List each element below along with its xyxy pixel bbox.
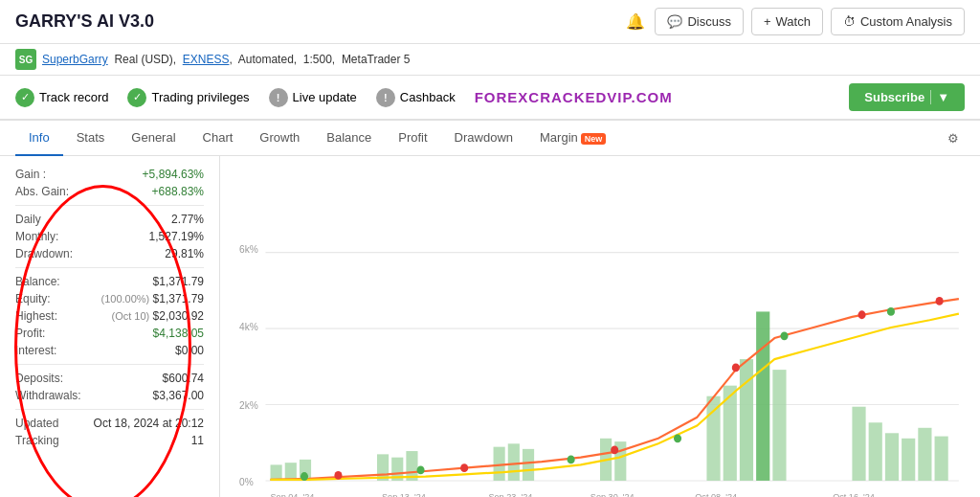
profit-value: $4,138.05 xyxy=(153,327,204,340)
svg-text:Sep 30, '24: Sep 30, '24 xyxy=(590,490,635,497)
svg-rect-25 xyxy=(869,422,882,481)
discuss-button[interactable]: 💬 Discuss xyxy=(655,8,744,35)
tab-drawdown[interactable]: Drawdown xyxy=(441,121,526,156)
drawdown-label: Drawdown: xyxy=(15,247,73,260)
broker-link[interactable]: EXNESS xyxy=(183,53,230,66)
tracking-label: Tracking xyxy=(15,434,59,447)
highest-note: (Oct 10) xyxy=(112,310,150,322)
tabs-nav: InfoStatsGeneralChartGrowthBalanceProfit… xyxy=(0,121,980,156)
monthly-row: Monthly: 1,527.19% xyxy=(15,228,204,245)
svg-text:Oct 08, '24: Oct 08, '24 xyxy=(695,490,737,497)
equity-combined: (100.00%) $1,371.79 xyxy=(101,292,205,305)
subscribe-button[interactable]: Subscribe ▼ xyxy=(849,83,965,111)
balance-value: $1,371.79 xyxy=(153,275,204,288)
gain-value: +5,894.63% xyxy=(143,168,204,181)
highest-value: $2,030.92 xyxy=(153,309,204,323)
profit-row: Profit: $4,138.05 xyxy=(15,325,204,342)
app-title: GARRY'S AI V3.0 xyxy=(15,11,154,32)
interest-row: Interest: $0.00 xyxy=(15,342,204,359)
tab-general[interactable]: General xyxy=(118,121,189,156)
gain-row: Gain : +5,894.63% xyxy=(15,166,204,183)
highest-combined: (Oct 10) $2,030.92 xyxy=(112,309,204,323)
interest-value: $0.00 xyxy=(175,344,204,357)
status-items: ✓ Track record ✓ Trading privileges ! Li… xyxy=(15,88,673,107)
account-type: Real (USD) xyxy=(114,53,172,66)
subscribe-chevron-icon: ▼ xyxy=(930,90,949,104)
svg-text:Sep 13, '24: Sep 13, '24 xyxy=(382,490,426,497)
chart-svg: 0% 2k% 4k% 6k% xyxy=(232,164,969,497)
svg-point-34 xyxy=(780,331,788,340)
abs-gain-value: +688.83% xyxy=(152,185,204,198)
svg-rect-28 xyxy=(918,428,931,481)
svg-point-32 xyxy=(568,455,575,463)
live-update-label: Live update xyxy=(293,90,357,104)
interest-label: Interest: xyxy=(15,344,56,357)
bell-icon[interactable]: 🔔 xyxy=(624,11,647,34)
custom-analysis-button[interactable]: ⏱ Custom Analysis xyxy=(831,8,965,35)
forex-watermark: FOREXCRACKEDVIP.COM xyxy=(475,89,673,105)
monthly-label: Monthly: xyxy=(15,230,58,243)
tracking-value: 11 xyxy=(191,434,204,447)
tab-chart[interactable]: Chart xyxy=(189,121,247,156)
top-header: GARRY'S AI V3.0 🔔 💬 Discuss + Watch ⏱ Cu… xyxy=(0,0,980,44)
svg-text:2k%: 2k% xyxy=(239,399,258,411)
chart-container: 0% 2k% 4k% 6k% xyxy=(232,164,969,497)
tracking-row: Tracking 11 xyxy=(15,432,204,449)
tab-growth[interactable]: Growth xyxy=(246,121,313,156)
svg-point-35 xyxy=(887,307,895,316)
track-record-check-icon: ✓ xyxy=(15,88,34,107)
svg-point-33 xyxy=(674,434,681,442)
cashback-info-icon: ! xyxy=(376,88,395,107)
svg-rect-19 xyxy=(706,396,720,481)
track-record-item: ✓ Track record xyxy=(15,88,108,107)
balance-label: Balance: xyxy=(15,275,60,288)
watch-button[interactable]: + Watch xyxy=(751,8,823,35)
updated-label: Updated xyxy=(15,417,58,430)
svg-rect-27 xyxy=(902,439,915,481)
svg-text:Sep 04, '24: Sep 04, '24 xyxy=(271,490,315,497)
cashback-label: Cashback xyxy=(400,90,456,104)
username-link[interactable]: SuperbGarry xyxy=(42,53,108,66)
svg-text:Sep 23, '24: Sep 23, '24 xyxy=(488,490,532,497)
tab-stats[interactable]: Stats xyxy=(63,121,119,156)
svg-rect-29 xyxy=(935,437,948,481)
deposits-row: Deposits: $600.74 xyxy=(15,370,204,387)
live-update-info-icon: ! xyxy=(269,88,288,107)
svg-text:0%: 0% xyxy=(239,476,254,487)
svg-point-36 xyxy=(334,471,342,480)
tab-profit[interactable]: Profit xyxy=(385,121,440,156)
monthly-value: 1,527.19% xyxy=(149,230,204,243)
drawdown-row: Drawdown: 29.81% xyxy=(15,245,204,262)
svg-rect-15 xyxy=(508,443,520,481)
balance-row: Balance: $1,371.79 xyxy=(15,273,204,290)
svg-text:6k%: 6k% xyxy=(239,242,258,254)
gain-label: Gain : xyxy=(15,168,46,181)
tab-balance[interactable]: Balance xyxy=(313,121,385,156)
leverage-text: 1:500 xyxy=(303,53,332,66)
sub-header-text: SuperbGarry Real (USD), EXNESS, Automate… xyxy=(42,53,410,66)
tab-info[interactable]: Info xyxy=(15,121,63,156)
header-actions: 🔔 💬 Discuss + Watch ⏱ Custom Analysis xyxy=(624,8,965,35)
daily-value: 2.77% xyxy=(171,213,204,226)
updated-value: Oct 18, 2024 at 20:12 xyxy=(94,417,204,430)
tab-margin[interactable]: MarginNew xyxy=(526,121,619,156)
abs-gain-label: Abs. Gain: xyxy=(15,185,69,198)
tab-settings-icon[interactable]: ⚙ xyxy=(942,125,965,151)
withdrawals-label: Withdrawals: xyxy=(15,389,81,402)
svg-point-38 xyxy=(611,446,618,455)
svg-rect-26 xyxy=(885,433,899,481)
main-content: Gain : +5,894.63% Abs. Gain: +688.83% Da… xyxy=(0,156,980,497)
equity-row: Equity: (100.00%) $1,371.79 xyxy=(15,290,204,307)
trading-privileges-item: ✓ Trading privileges xyxy=(127,88,249,107)
svg-point-30 xyxy=(301,472,308,481)
equity-note: (100.00%) xyxy=(101,293,150,305)
mode-text: Automated xyxy=(238,53,294,66)
abs-gain-row: Abs. Gain: +688.83% xyxy=(15,183,204,200)
svg-point-37 xyxy=(460,463,468,472)
platform-text: MetaTrader 5 xyxy=(342,53,411,66)
clock-icon: ⏱ xyxy=(843,14,856,29)
drawdown-value: 29.81% xyxy=(165,247,204,260)
cashback-item: ! Cashback xyxy=(376,88,456,107)
trading-privileges-label: Trading privileges xyxy=(151,90,249,104)
trading-privileges-check-icon: ✓ xyxy=(127,88,146,107)
